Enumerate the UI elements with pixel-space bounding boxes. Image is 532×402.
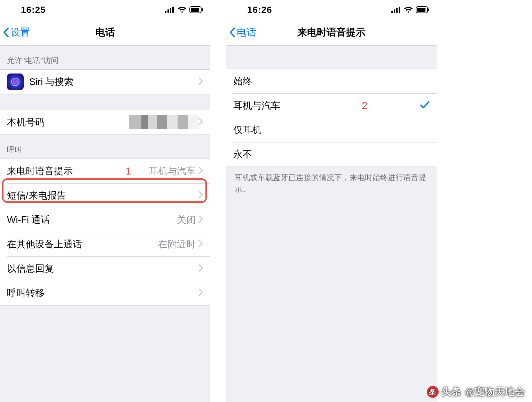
option-always[interactable]: 始终 — [226, 69, 437, 93]
status-bar: 16:26 — [226, 0, 437, 20]
cell-label: 以信息回复 — [7, 262, 54, 275]
svg-rect-1 — [167, 9, 169, 13]
chevron-right-icon — [198, 77, 203, 86]
option-never[interactable]: 永不 — [226, 142, 437, 167]
svg-rect-14 — [417, 8, 425, 12]
group-allow-access: 允许"电话"访问 Siri 与搜索 — [0, 46, 210, 94]
cell-value: 关闭 — [177, 214, 196, 226]
cell-label: 短信/来电报告 — [7, 189, 66, 202]
cellular-icon — [391, 7, 401, 13]
cell-label: 耳机与汽车 — [233, 99, 280, 112]
group-calling: 呼叫 来电时语音提示 1 耳机与汽车 短信/来电报告 Wi-Fi 通话 — [0, 135, 210, 306]
cell-value: 耳机与汽车 — [149, 165, 196, 177]
cell-label: 永不 — [233, 148, 252, 161]
nav-title: 电话 — [0, 26, 210, 39]
group-header: 呼叫 — [0, 135, 210, 159]
annotation-2: 2 — [362, 100, 368, 111]
chevron-right-icon — [198, 240, 203, 249]
svg-rect-15 — [428, 8, 429, 11]
row-sms-call-report[interactable]: 短信/来电报告 — [0, 183, 210, 208]
svg-rect-11 — [396, 8, 398, 13]
svg-rect-0 — [165, 11, 166, 13]
cellular-icon — [165, 7, 175, 13]
nav-title: 来电时语音提示 — [226, 26, 437, 39]
row-wifi-calling[interactable]: Wi-Fi 通话 关闭 — [0, 208, 210, 232]
cell-label: 仅耳机 — [233, 124, 261, 136]
status-icons — [165, 6, 203, 13]
svg-rect-6 — [202, 8, 203, 11]
siri-icon — [7, 74, 24, 90]
chevron-left-icon — [3, 27, 10, 38]
chevron-left-icon — [229, 27, 236, 38]
battery-icon — [189, 6, 203, 13]
svg-point-7 — [11, 78, 19, 86]
row-siri-search[interactable]: Siri 与搜索 — [0, 70, 210, 94]
cell-label: 本机号码 — [7, 116, 45, 129]
cell-label: 呼叫转移 — [7, 287, 45, 299]
svg-rect-12 — [399, 7, 400, 13]
status-icons — [391, 6, 430, 13]
svg-rect-3 — [172, 7, 174, 13]
status-bar: 16:25 — [0, 0, 210, 20]
nav-bar: 设置 电话 — [0, 20, 210, 46]
cell-label: 来电时语音提示 — [7, 165, 73, 177]
cell-label: Siri 与搜索 — [29, 76, 74, 88]
status-time: 16:25 — [21, 5, 46, 15]
chevron-right-icon — [198, 167, 203, 176]
svg-rect-9 — [391, 11, 393, 13]
phone-settings-screen: 16:25 设置 电话 允许"电话"访问 Siri 与搜 — [0, 0, 210, 402]
phone-announce-screen: 16:26 电话 来电时语音提示 始终 耳机与汽车 — [226, 0, 437, 402]
cell-label: 始终 — [233, 75, 252, 87]
watermark: 条 头条 @宠物天地会 — [427, 385, 525, 399]
chevron-right-icon — [198, 215, 203, 224]
wifi-icon — [404, 6, 413, 13]
cell-value: 在附近时 — [158, 238, 196, 250]
check-icon — [420, 101, 430, 110]
redacted-number — [129, 115, 198, 129]
status-time: 16:26 — [247, 5, 272, 15]
svg-point-8 — [13, 80, 17, 84]
back-button[interactable]: 电话 — [226, 26, 256, 39]
row-my-number[interactable]: 本机号码 — [0, 110, 210, 134]
back-label: 电话 — [237, 26, 256, 39]
option-headphones-car[interactable]: 耳机与汽车 2 — [226, 93, 437, 118]
svg-rect-2 — [170, 8, 171, 13]
chevron-right-icon — [198, 264, 203, 273]
chevron-right-icon — [198, 191, 203, 200]
row-other-devices[interactable]: 在其他设备上通话 在附近时 — [0, 232, 210, 256]
row-announce-calls[interactable]: 来电时语音提示 1 耳机与汽车 — [0, 159, 210, 183]
chevron-right-icon — [198, 118, 203, 127]
cell-label: 在其他设备上通话 — [7, 238, 82, 250]
cell-label: Wi-Fi 通话 — [7, 214, 50, 226]
wifi-icon — [178, 6, 187, 13]
battery-icon — [416, 6, 430, 13]
svg-rect-10 — [394, 9, 395, 13]
watermark-text: 头条 @宠物天地会 — [441, 385, 525, 399]
watermark-icon: 条 — [427, 386, 439, 398]
nav-bar: 电话 来电时语音提示 — [226, 20, 437, 46]
option-headphones-only[interactable]: 仅耳机 — [226, 118, 437, 142]
annotation-1: 1 — [125, 165, 131, 177]
group-my-number: 本机号码 — [0, 110, 210, 135]
row-call-forwarding[interactable]: 呼叫转移 — [0, 281, 210, 305]
group-header: 允许"电话"访问 — [0, 46, 210, 69]
back-label: 设置 — [10, 26, 30, 39]
svg-rect-5 — [191, 8, 199, 12]
row-reply-message[interactable]: 以信息回复 — [0, 256, 210, 281]
chevron-right-icon — [198, 288, 203, 297]
group-footer: 耳机或车载蓝牙已连接的情况下，来电时始终进行语音提示。 — [226, 167, 437, 198]
group-options: 始终 耳机与汽车 2 仅耳机 永不 耳机或车载蓝牙已连接的 — [226, 69, 437, 198]
back-button[interactable]: 设置 — [0, 26, 30, 39]
